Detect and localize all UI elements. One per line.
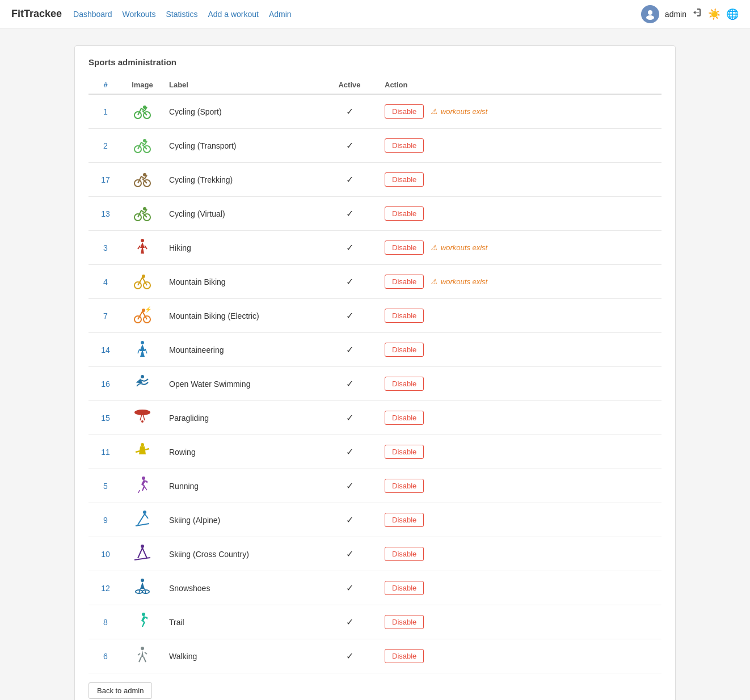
disable-button[interactable]: Disable <box>385 309 424 323</box>
sport-id: 6 <box>89 639 123 673</box>
sport-label: Walking <box>162 639 321 673</box>
disable-button[interactable]: Disable <box>385 104 424 119</box>
sport-label: Paragliding <box>162 401 321 435</box>
sport-action: Disable <box>378 299 661 333</box>
active-checkmark: ✓ <box>346 243 353 252</box>
sport-label: Rowing <box>162 435 321 469</box>
table-row: 4 Mountain Biking ✓ Disable ⚠ workouts e… <box>89 265 661 299</box>
sports-table: # Image Label Active Action 1 Cycling (S… <box>89 76 661 673</box>
col-header-image: Image <box>123 76 162 94</box>
table-row: 14 Mountaineering ✓ Disable <box>89 333 661 367</box>
svg-point-25 <box>141 420 144 423</box>
table-row: 12 Snowshoes ✓ Disable <box>89 571 661 605</box>
sport-label: Cycling (Virtual) <box>162 197 321 231</box>
svg-text:⚡: ⚡ <box>145 306 152 313</box>
sport-action: Disable <box>378 537 661 571</box>
sport-action: Disable <box>378 639 661 673</box>
sport-active: ✓ <box>321 639 378 673</box>
sport-action: Disable ⚠ workouts exist <box>378 94 661 129</box>
active-checkmark: ✓ <box>346 345 353 355</box>
col-header-action: Action <box>378 76 661 94</box>
disable-button[interactable]: Disable <box>385 547 424 561</box>
sport-image <box>123 503 162 537</box>
col-header-num: # <box>89 76 123 94</box>
sport-label: Snowshoes <box>162 571 321 605</box>
workouts-exist-label: ⚠ workouts exist <box>431 277 487 286</box>
disable-button[interactable]: Disable <box>385 581 424 595</box>
sport-label: Mountaineering <box>162 333 321 367</box>
table-row: 9 Skiing (Alpine) ✓ Disable <box>89 503 661 537</box>
theme-icon[interactable]: ☀️ <box>708 8 720 20</box>
sport-image: ⚡ <box>123 299 162 333</box>
sport-label: Mountain Biking <box>162 265 321 299</box>
disable-button[interactable]: Disable <box>385 206 424 221</box>
disable-button[interactable]: Disable <box>385 411 424 425</box>
table-row: 15 Paragliding ✓ Disable <box>89 401 661 435</box>
sport-action: Disable <box>378 571 661 605</box>
disable-button[interactable]: Disable <box>385 649 424 663</box>
sport-action: Disable <box>378 333 661 367</box>
disable-button[interactable]: Disable <box>385 275 424 289</box>
sport-label: Cycling (Trekking) <box>162 163 321 197</box>
disable-button[interactable]: Disable <box>385 241 424 255</box>
table-row: 1 Cycling (Sport) ✓ Disable ⚠ workouts e… <box>89 94 661 129</box>
sport-action: Disable <box>378 605 661 639</box>
sports-admin-card: Sports administration # Image Label Acti… <box>74 45 676 700</box>
svg-point-34 <box>141 647 144 650</box>
sport-active: ✓ <box>321 435 378 469</box>
active-checkmark: ✓ <box>346 515 353 525</box>
nav-statistics[interactable]: Statistics <box>166 10 197 19</box>
logout-icon[interactable] <box>692 7 702 20</box>
nav-workouts[interactable]: Workouts <box>123 10 156 19</box>
sport-image <box>123 265 162 299</box>
active-checkmark: ✓ <box>346 107 353 116</box>
disable-button[interactable]: Disable <box>385 479 424 493</box>
disable-button[interactable]: Disable <box>385 513 424 527</box>
active-checkmark: ✓ <box>346 311 353 321</box>
warning-icon: ⚠ <box>431 277 437 286</box>
sport-label: Skiing (Alpine) <box>162 503 321 537</box>
sport-action: Disable <box>378 401 661 435</box>
disable-button[interactable]: Disable <box>385 138 424 153</box>
sport-label: Cycling (Transport) <box>162 129 321 163</box>
sport-id: 2 <box>89 129 123 163</box>
sport-image <box>123 163 162 197</box>
disable-button[interactable]: Disable <box>385 377 424 391</box>
sport-id: 3 <box>89 231 123 265</box>
sport-id: 8 <box>89 605 123 639</box>
disable-button[interactable]: Disable <box>385 615 424 629</box>
disable-button[interactable]: Disable <box>385 445 424 459</box>
active-checkmark: ✓ <box>346 379 353 389</box>
active-checkmark: ✓ <box>346 447 353 457</box>
nav-add-workout[interactable]: Add a workout <box>208 10 259 19</box>
avatar[interactable] <box>641 5 659 23</box>
sport-label: Running <box>162 469 321 503</box>
language-icon[interactable]: 🌐 <box>726 8 739 20</box>
svg-point-1 <box>646 15 654 20</box>
sport-id: 15 <box>89 401 123 435</box>
sport-label: Trail <box>162 605 321 639</box>
sport-id: 4 <box>89 265 123 299</box>
table-row: 3 Hiking ✓ Disable ⚠ workouts exist <box>89 231 661 265</box>
warning-icon: ⚠ <box>431 107 437 116</box>
back-to-admin-button[interactable]: Back to admin <box>89 682 152 699</box>
nav-links: Dashboard Workouts Statistics Add a work… <box>73 10 641 19</box>
svg-point-33 <box>142 613 145 616</box>
sport-id: 9 <box>89 503 123 537</box>
sport-image <box>123 197 162 231</box>
table-row: 17 Cycling (Trekking) ✓ Disable <box>89 163 661 197</box>
sport-label: Open Water Swimming <box>162 367 321 401</box>
active-checkmark: ✓ <box>346 617 353 627</box>
nav-admin[interactable]: Admin <box>269 10 292 19</box>
disable-button[interactable]: Disable <box>385 343 424 357</box>
svg-point-28 <box>143 511 146 514</box>
brand-logo[interactable]: FitTrackee <box>11 8 62 20</box>
table-row: 13 Cycling (Virtual) ✓ Disable <box>89 197 661 231</box>
sport-active: ✓ <box>321 333 378 367</box>
nav-dashboard[interactable]: Dashboard <box>73 10 112 19</box>
warning-icon: ⚠ <box>431 243 437 252</box>
disable-button[interactable]: Disable <box>385 172 424 187</box>
table-row: 8 Trail ✓ Disable <box>89 605 661 639</box>
sport-action: Disable ⚠ workouts exist <box>378 231 661 265</box>
sport-active: ✓ <box>321 503 378 537</box>
